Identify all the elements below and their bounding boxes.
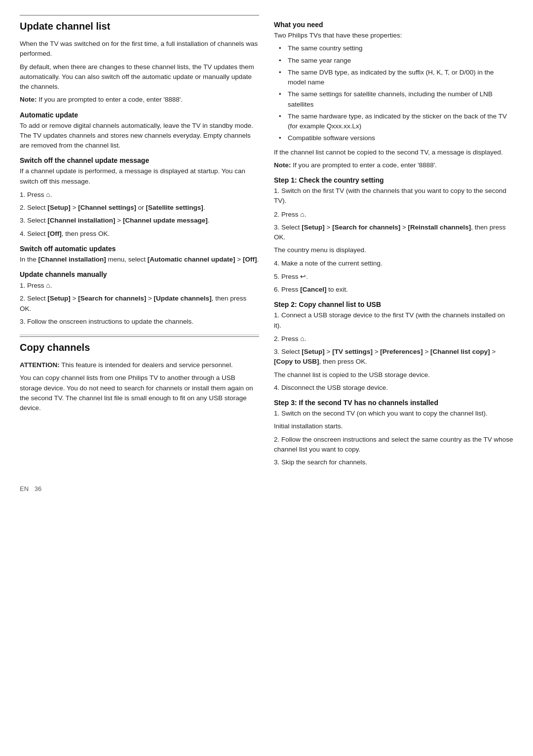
page-footer: EN 36: [20, 485, 513, 492]
step2-text1: 1. Connect a USB storage device to the f…: [274, 310, 513, 331]
step3-title: Step 3: If the second TV has no channels…: [274, 399, 513, 407]
list-item: Compatible software versions: [279, 133, 513, 143]
list-item: The same hardware type, as indicated by …: [279, 112, 513, 132]
step2-s4: 4. Disconnect the USB storage device.: [274, 383, 513, 393]
section2-attention: ATTENTION: This feature is intended for …: [20, 360, 259, 370]
switch-off-msg-text: If a channel update is performed, a mess…: [20, 166, 259, 187]
note2-label: Note:: [274, 161, 291, 169]
left-column: Update channel list When the TV was swit…: [20, 15, 259, 470]
attention-label: ATTENTION:: [20, 361, 60, 369]
step2-copied-text: The channel list is copied to the USB st…: [274, 370, 513, 380]
footer-page: 36: [35, 485, 41, 492]
step2-s2: 2. Press .: [274, 334, 513, 344]
what-you-need-intro: Two Philips TVs that have these properti…: [274, 31, 513, 40]
cannot-copy-text: If the channel list cannot be copied to …: [274, 148, 513, 157]
section2-title: Copy channels: [20, 336, 259, 356]
what-you-need-title: What you need: [274, 21, 513, 29]
step3-initial: Initial installation starts.: [274, 421, 513, 431]
update-manually-s2: 2. Select [Setup] > [Search for channels…: [20, 294, 259, 314]
note2-text: If you are prompted to enter a code, ent…: [291, 161, 437, 169]
note2: Note: If you are prompted to enter a cod…: [274, 160, 513, 170]
switch-off-msg-s2: 2. Select [Setup] > [Channel settings] o…: [20, 203, 259, 213]
switch-off-msg-title: Switch off the channel update message: [20, 156, 259, 164]
home-icon-1: [46, 191, 50, 198]
step2-s3: 3. Select [Setup] > [TV settings] > [Pre…: [274, 347, 513, 367]
update-manually-s1: 1. Press .: [20, 280, 259, 291]
list-item: The same DVB type, as indicated by the s…: [279, 68, 513, 88]
note1: Note: If you are prompted to enter a cod…: [20, 95, 259, 105]
switch-off-msg-s3: 3. Select [Channel installation] > [Chan…: [20, 216, 259, 226]
step2-title: Step 2: Copy channel list to USB: [274, 301, 513, 308]
requirements-list: The same country setting The same year r…: [279, 43, 513, 143]
step1-s6: 6. Press [Cancel] to exit.: [274, 285, 513, 295]
right-column: What you need Two Philips TVs that have …: [274, 15, 513, 470]
section2-text1: You can copy channel lists from one Phil…: [20, 373, 259, 413]
step3-text3: 3. Skip the search for channels.: [274, 457, 513, 467]
section1-title: Update channel list: [20, 15, 259, 35]
switch-off-msg-s1: 1. Press .: [20, 189, 259, 200]
step1-s5: 5. Press .: [274, 271, 513, 282]
step1-text1: 1. Switch on the first TV (with the chan…: [274, 186, 513, 206]
update-manually-title: Update channels manually: [20, 270, 259, 278]
attention-text: This feature is intended for dealers and…: [60, 361, 233, 369]
step1-country-displayed: The country menu is displayed.: [274, 245, 513, 255]
home-icon-4: [300, 335, 304, 342]
auto-update-title: Automatic update: [20, 111, 259, 119]
switch-off-auto-title: Switch off automatic updates: [20, 245, 259, 253]
home-icon-2: [46, 282, 50, 289]
section1-intro1: When the TV was switched on for the firs…: [20, 39, 259, 59]
list-item: The same country setting: [279, 43, 513, 53]
step1-title: Step 1: Check the country setting: [274, 176, 513, 184]
home-icon-3: [300, 211, 304, 218]
note1-text: If you are prompted to enter a code, ent…: [37, 96, 183, 103]
list-item: The same year range: [279, 56, 513, 66]
footer-lang: EN: [20, 485, 29, 492]
list-item: The same settings for satellite channels…: [279, 89, 513, 110]
step1-s2: 2. Press .: [274, 209, 513, 220]
step1-s3: 3. Select [Setup] > [Search for channels…: [274, 223, 513, 243]
switch-off-auto-text: In the [Channel installation] menu, sele…: [20, 255, 259, 265]
update-manually-s3: 3. Follow the onscreen instructions to u…: [20, 317, 259, 327]
section1-intro2: By default, when there are changes to th…: [20, 62, 259, 92]
step3-text1: 1. Switch on the second TV (on which you…: [274, 409, 513, 418]
step3-text2: 2. Follow the onscreen instructions and …: [274, 435, 513, 455]
note1-label: Note:: [20, 96, 37, 103]
auto-update-text: To add or remove digital channels automa…: [20, 121, 259, 151]
back-icon-1: [300, 273, 306, 280]
switch-off-msg-s4: 4. Select [Off], then press OK.: [20, 229, 259, 239]
step1-s4: 4. Make a note of the current setting.: [274, 259, 513, 268]
